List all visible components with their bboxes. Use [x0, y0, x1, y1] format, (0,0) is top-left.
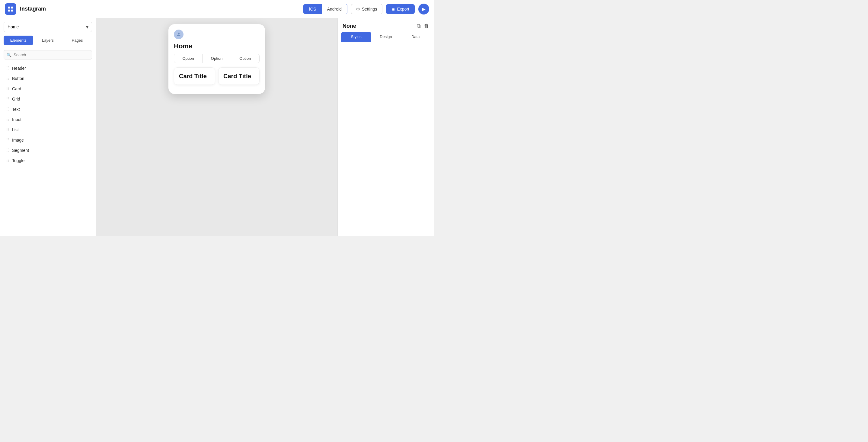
play-icon: ▶: [422, 7, 426, 11]
segment-option-2[interactable]: Option: [203, 54, 231, 63]
element-label: List: [12, 127, 19, 132]
drag-icon: ⠿: [6, 86, 9, 91]
svg-rect-0: [8, 6, 10, 8]
drag-icon: ⠿: [6, 76, 9, 81]
element-header[interactable]: ⠿ Header: [0, 63, 96, 73]
card-1[interactable]: Card Title: [174, 67, 215, 85]
element-list[interactable]: ⠿ List: [0, 125, 96, 135]
left-panel: Home Profile Explore Elements Layers Pag…: [0, 18, 96, 236]
segment-bar: Option Option Option: [174, 54, 259, 63]
gear-icon: ⚙: [356, 7, 360, 11]
element-label: Input: [12, 117, 22, 122]
right-panel-title: None: [343, 23, 356, 29]
right-panel: None ⧉ 🗑 Styles Design Data No Element S…: [337, 18, 434, 236]
tab-styles[interactable]: Styles: [341, 32, 371, 42]
canvas[interactable]: Home Option Option Option Card Title Car…: [96, 18, 337, 236]
search-icon: 🔍: [7, 53, 11, 57]
element-label: Card: [12, 86, 21, 91]
svg-rect-3: [11, 9, 13, 11]
element-segment[interactable]: ⠿ Segment: [0, 145, 96, 155]
drag-icon: ⠿: [6, 97, 9, 101]
element-toggle[interactable]: ⠿ Toggle: [0, 155, 96, 166]
phone-title: Home: [174, 42, 259, 50]
copy-icon-button[interactable]: ⧉: [417, 23, 421, 29]
drag-icon: ⠿: [6, 107, 9, 112]
delete-icon-button[interactable]: 🗑: [424, 23, 429, 29]
logo-icon: [7, 6, 14, 12]
page-select[interactable]: Home Profile Explore: [4, 22, 92, 32]
main-layout: Home Profile Explore Elements Layers Pag…: [0, 18, 434, 236]
drag-icon: ⠿: [6, 117, 9, 122]
search-box: 🔍: [4, 50, 92, 59]
elements-list: ⠿ Header ⠿ Button ⠿ Card ⠿ Grid ⠿ Text ⠿…: [0, 62, 96, 236]
page-selector[interactable]: Home Profile Explore: [4, 22, 92, 32]
android-button[interactable]: Android: [322, 4, 347, 14]
tab-design[interactable]: Design: [371, 32, 401, 42]
svg-rect-2: [8, 9, 10, 11]
search-input[interactable]: [4, 50, 92, 59]
app-logo: [5, 3, 16, 15]
tab-data[interactable]: Data: [401, 32, 430, 42]
element-label: Text: [12, 107, 20, 112]
play-button[interactable]: ▶: [418, 4, 429, 14]
drag-icon: ⠿: [6, 138, 9, 143]
card-title-1: Card Title: [179, 72, 210, 80]
phone-preview: Home Option Option Option Card Title Car…: [168, 24, 265, 94]
element-input[interactable]: ⠿ Input: [0, 114, 96, 125]
card-2[interactable]: Card Title: [218, 67, 259, 85]
element-button[interactable]: ⠿ Button: [0, 73, 96, 84]
element-label: Header: [12, 66, 26, 71]
settings-button[interactable]: ⚙ Settings: [351, 4, 382, 14]
avatar-icon: [176, 32, 181, 37]
element-label: Image: [12, 138, 24, 143]
right-tab-group: Styles Design Data: [341, 32, 430, 42]
tab-layers[interactable]: Layers: [33, 36, 63, 45]
export-button[interactable]: ▣ Export: [386, 4, 415, 14]
drag-icon: ⠿: [6, 66, 9, 71]
app-title: Instagram: [20, 6, 46, 12]
element-card[interactable]: ⠿ Card: [0, 84, 96, 94]
element-label: Button: [12, 76, 24, 81]
drag-icon: ⠿: [6, 127, 9, 132]
element-label: Toggle: [12, 158, 25, 163]
drag-icon: ⠿: [6, 148, 9, 153]
svg-point-4: [178, 33, 180, 34]
element-label: Grid: [12, 97, 20, 101]
no-element-title: No Element Selected: [359, 236, 412, 236]
element-image[interactable]: ⠿ Image: [0, 135, 96, 145]
avatar: [174, 30, 184, 39]
tab-elements[interactable]: Elements: [4, 36, 33, 45]
svg-rect-1: [11, 6, 13, 8]
left-tab-group: Elements Layers Pages: [4, 36, 92, 45]
drag-icon: ⠿: [6, 158, 9, 163]
platform-toggle: iOS Android: [303, 4, 347, 14]
tab-pages[interactable]: Pages: [62, 36, 92, 45]
segment-option-1[interactable]: Option: [174, 54, 203, 63]
element-label: Segment: [12, 148, 29, 153]
element-text[interactable]: ⠿ Text: [0, 104, 96, 114]
segment-option-3[interactable]: Option: [231, 54, 259, 63]
topbar: Instagram iOS Android ⚙ Settings ▣ Expor…: [0, 0, 434, 18]
right-panel-header: None ⧉ 🗑: [338, 18, 434, 32]
element-grid[interactable]: ⠿ Grid: [0, 94, 96, 104]
cards-row: Card Title Card Title: [174, 67, 259, 90]
phone-header: Home Option Option Option Card Title Car…: [168, 24, 265, 94]
card-title-2: Card Title: [223, 72, 254, 80]
no-element-section: No Element Selected To style the app bac…: [338, 42, 434, 236]
ios-button[interactable]: iOS: [304, 4, 321, 14]
right-panel-icons: ⧉ 🗑: [417, 23, 429, 29]
export-icon: ▣: [392, 7, 395, 11]
